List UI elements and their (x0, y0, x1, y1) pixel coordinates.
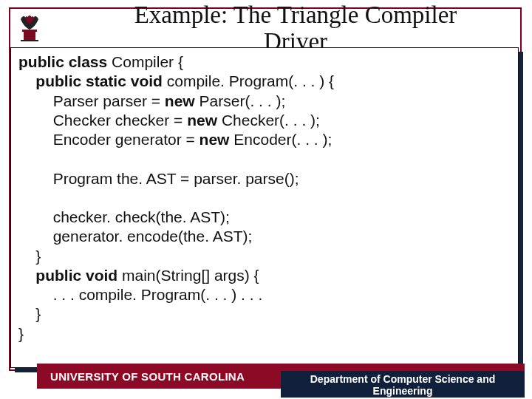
svg-rect-0 (24, 31, 35, 40)
footer-university-text: UNIVERSITY OF SOUTH CAROLINA (50, 370, 245, 383)
txt: generator. encode(the. AST); (53, 228, 253, 245)
kw: public static void (35, 72, 166, 89)
txt: Compiler { (112, 53, 183, 70)
txt: Parser parser = (53, 92, 165, 109)
txt: } (35, 248, 41, 265)
txt: Program the. AST = parser. parse(); (53, 170, 299, 187)
svg-rect-2 (21, 40, 38, 41)
txt: } (35, 305, 41, 322)
code-listing: public class Compiler { public static vo… (18, 52, 511, 344)
txt: Checker checker = (53, 112, 188, 129)
txt: } (18, 325, 24, 342)
kw: new (165, 92, 200, 109)
svg-rect-1 (22, 30, 37, 32)
txt: Encoder(. . . ); (233, 131, 332, 148)
university-logo-icon (13, 12, 46, 44)
code-box: public class Compiler { public static vo… (10, 47, 519, 368)
kw: public void (35, 267, 122, 284)
txt: checker. check(the. AST); (53, 208, 230, 225)
title-line-1: Example: The Triangle Compiler (134, 1, 457, 28)
txt: Parser(. . . ); (200, 92, 286, 109)
footer-dept-line-1: Department of Computer Science and (310, 373, 496, 385)
kw: new (200, 131, 234, 148)
txt: . . . compile. Program(. . . ) . . . (53, 286, 263, 303)
kw: public class (18, 53, 112, 70)
footer-dept-line-2: Engineering (373, 385, 433, 397)
txt: Checker(. . . ); (222, 112, 320, 129)
kw: new (187, 112, 222, 129)
footer-department-box: Department of Computer Science and Engin… (281, 371, 525, 398)
txt: main(String[] args) { (122, 267, 259, 284)
txt: compile. Program(. . . ) { (167, 72, 334, 89)
txt: Encoder generator = (53, 131, 200, 148)
